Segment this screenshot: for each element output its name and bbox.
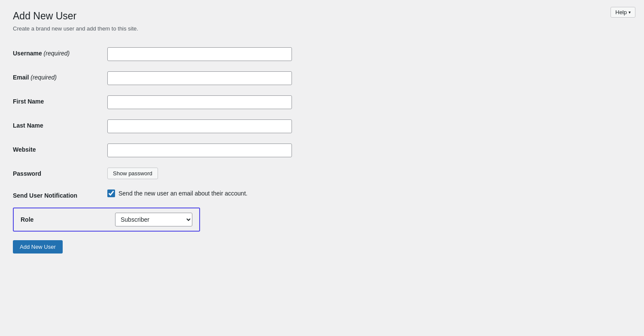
page-subtitle: Create a brand new user and add them to … bbox=[13, 25, 631, 32]
password-label: Password bbox=[13, 168, 107, 177]
username-field bbox=[107, 47, 631, 61]
firstname-row: First Name bbox=[13, 90, 631, 114]
email-row: Email (required) bbox=[13, 66, 631, 90]
notification-text: Send the new user an email about their a… bbox=[118, 190, 247, 197]
notification-row: Send User Notification Send the new user… bbox=[13, 184, 631, 204]
notification-checkbox-row: Send the new user an email about their a… bbox=[107, 189, 631, 197]
show-password-button[interactable]: Show password bbox=[107, 168, 158, 179]
email-field-wrapper bbox=[107, 71, 631, 85]
chevron-down-icon: ▾ bbox=[629, 10, 631, 15]
username-label: Username (required) bbox=[13, 47, 107, 57]
email-label: Email (required) bbox=[13, 71, 107, 81]
notification-checkbox[interactable] bbox=[107, 189, 115, 197]
website-field-wrapper bbox=[107, 144, 631, 157]
email-input[interactable] bbox=[107, 71, 292, 85]
lastname-row: Last Name bbox=[13, 114, 631, 138]
password-field-wrapper: Show password bbox=[107, 168, 631, 179]
username-row: Username (required) bbox=[13, 42, 631, 66]
notification-label: Send User Notification bbox=[13, 189, 107, 199]
add-user-form: Username (required) Email (required) Fir… bbox=[13, 42, 631, 254]
website-label: Website bbox=[13, 144, 107, 153]
role-field-wrapper: Subscriber Contributor Author Editor Adm… bbox=[115, 213, 192, 226]
help-button[interactable]: Help ▾ bbox=[611, 7, 635, 18]
password-row: Password Show password bbox=[13, 162, 631, 184]
role-row: Role Subscriber Contributor Author Edito… bbox=[13, 208, 631, 232]
role-row-wrapper: Role Subscriber Contributor Author Edito… bbox=[13, 208, 200, 232]
firstname-label: First Name bbox=[13, 95, 107, 105]
add-new-user-button[interactable]: Add New User bbox=[13, 240, 63, 254]
page-container: Help ▾ Add New User Create a brand new u… bbox=[0, 0, 644, 271]
role-label: Role bbox=[21, 216, 115, 223]
lastname-field-wrapper bbox=[107, 119, 631, 133]
role-select[interactable]: Subscriber Contributor Author Editor Adm… bbox=[115, 213, 192, 226]
lastname-label: Last Name bbox=[13, 119, 107, 129]
firstname-field-wrapper bbox=[107, 95, 631, 109]
website-input[interactable] bbox=[107, 144, 292, 157]
website-row: Website bbox=[13, 138, 631, 162]
firstname-input[interactable] bbox=[107, 95, 292, 109]
page-title: Add New User bbox=[13, 10, 631, 22]
username-input[interactable] bbox=[107, 47, 292, 61]
lastname-input[interactable] bbox=[107, 119, 292, 133]
notification-field-wrapper: Send the new user an email about their a… bbox=[107, 189, 631, 197]
help-label: Help bbox=[615, 9, 627, 15]
